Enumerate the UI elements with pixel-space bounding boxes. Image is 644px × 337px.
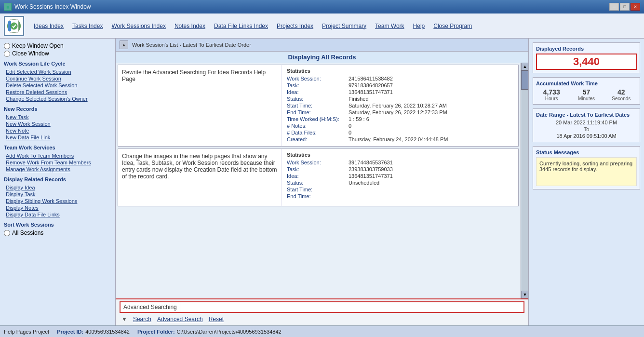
content-area: ▲ Work Session's List - Latest To Earlie… [116, 39, 528, 325]
edit-selected-work-session-link[interactable]: Edit Selected Work Session [4, 68, 111, 75]
window-title: Work Sessions Index Window [14, 3, 91, 10]
search-label: Advanced Searching [121, 302, 180, 312]
keep-window-open-label: Keep Window Open [12, 42, 64, 49]
new-data-file-link-link[interactable]: New Data File Link [4, 134, 111, 141]
menu-team-work[interactable]: Team Work [371, 21, 408, 31]
date-to-label: To [536, 126, 637, 132]
stat-end-time: End Time: Saturday, February 26, 2022 12… [287, 109, 513, 115]
scroll-down-button[interactable]: ▼ [521, 291, 528, 298]
display-task-link[interactable]: Display Task [4, 191, 111, 198]
change-session-owner-link[interactable]: Change Selected Session's Owner [4, 95, 111, 102]
scroll-track[interactable] [521, 70, 528, 291]
stat-data-files: # Data Files: 0 [287, 130, 513, 135]
displayed-records-section: Displayed Records 3,440 [533, 42, 640, 73]
keep-window-open-input[interactable] [4, 43, 10, 49]
help-pages-project-label: Help Pages Project [4, 329, 49, 335]
main-layout: Keep Window Open Close Window Work Sessi… [0, 39, 644, 325]
continue-work-session-link[interactable]: Continue Work Session [4, 75, 111, 82]
stat-status: Status: Unscheduled [287, 180, 513, 186]
menu-data-file-links-index[interactable]: Data File Links Index [210, 21, 272, 31]
new-records-title: New Records [4, 106, 111, 112]
reset-button[interactable]: Reset [209, 316, 224, 323]
all-sessions-radio[interactable]: All Sessions [4, 229, 111, 236]
stat-time-worked: Time Worked (H:M:S): 1 : 59 : 6 [287, 116, 513, 122]
content-header: ▲ Work Session's List - Latest To Earlie… [116, 39, 528, 52]
project-id-label: Project ID: [57, 329, 83, 335]
menu-items: Ideas Index Tasks Index Work Sessions In… [30, 21, 476, 31]
menu-work-sessions-index[interactable]: Work Sessions Index [107, 21, 170, 31]
close-window-input[interactable] [4, 51, 10, 57]
advanced-search-button[interactable]: Advanced Search [157, 316, 203, 323]
menu-tasks-index[interactable]: Tasks Index [68, 21, 107, 31]
scroll-thumb[interactable] [521, 70, 528, 90]
display-related-title: Display Related Records [4, 176, 111, 182]
date-from-value: 20 Mar 2022 11:19:40 PM [536, 120, 637, 125]
content-header-text: Work Session's List - Latest To Earliest… [132, 42, 251, 48]
menu-bar: Ideas Index Tasks Index Work Sessions In… [0, 13, 644, 39]
display-data-file-links-link[interactable]: Display Data File Links [4, 211, 111, 218]
scroll-up-button[interactable]: ▲ [521, 63, 528, 70]
new-note-link[interactable]: New Note [4, 127, 111, 134]
stat-start-time: Start Time: Saturday, February 26, 2022 … [287, 103, 513, 108]
search-input-row: Advanced Searching [120, 301, 524, 313]
display-notes-link[interactable]: Display Notes [4, 204, 111, 211]
display-sibling-work-sessions-link[interactable]: Display Sibling Work Sessions [4, 198, 111, 204]
remove-work-from-team-members-link[interactable]: Remove Work From Team Members [4, 159, 111, 166]
restore-deleted-sessions-link[interactable]: Restore Deleted Sessions [4, 89, 111, 95]
minimize-button[interactable]: ─ [609, 3, 619, 11]
close-window-label: Close Window [12, 50, 49, 57]
project-folder-value: C:\Users\Darren\Projects\400956931534842 [177, 329, 282, 335]
display-idea-link[interactable]: Display Idea [4, 184, 111, 191]
all-sessions-input[interactable] [4, 230, 10, 236]
stat-end-time: End Time: [287, 193, 513, 199]
close-button[interactable]: ✕ [631, 3, 640, 11]
seconds-cell: 42 Seconds [606, 88, 637, 101]
scroll-up-button[interactable]: ▲ [120, 40, 128, 49]
maximize-button[interactable]: □ [620, 3, 630, 11]
menu-notes-index[interactable]: Notes Index [171, 21, 209, 31]
new-work-session-link[interactable]: New Work Session [4, 121, 111, 127]
project-id-item: Project ID: 400956931534842 [57, 329, 130, 335]
accumulated-work-time-title: Accumulated Work Time [536, 81, 637, 86]
record-stats: Statistics Work Session: 241586411538482… [282, 65, 518, 146]
menu-projects-index[interactable]: Projects Index [273, 21, 317, 31]
app-icon: ■ [4, 3, 12, 11]
window-state-group: Keep Window Open Close Window [4, 42, 111, 57]
stat-work-session: Work Session: 241586411538482 [287, 76, 513, 81]
record-card: Change the images in the new help pages … [118, 148, 519, 206]
stat-idea: Idea: 136481351747371 [287, 173, 513, 179]
stat-task: Task: 979183864820657 [287, 82, 513, 88]
stat-work-session: Work Session: 391744845537631 [287, 160, 513, 165]
close-window-radio[interactable]: Close Window [4, 50, 111, 57]
minutes-label: Minutes [571, 96, 602, 101]
records-scroll-container: Rewrite the Advanced Searching For Idea … [116, 63, 528, 298]
stat-notes: # Notes: 0 [287, 123, 513, 129]
date-range-title: Date Range - Latest To Earliest Dates [536, 112, 637, 118]
record-stats: Statistics Work Session: 391744845537631… [282, 149, 518, 206]
search-input[interactable] [180, 302, 523, 312]
menu-ideas-index[interactable]: Ideas Index [30, 21, 67, 31]
add-work-to-team-members-link[interactable]: Add Work To Team Members [4, 152, 111, 159]
menu-project-summary[interactable]: Project Summary [318, 21, 370, 31]
stat-task: Task: 239383303759033 [287, 166, 513, 172]
stat-created: Created: Thursday, February 24, 2022 04:… [287, 136, 513, 142]
new-task-link[interactable]: New Task [4, 114, 111, 121]
sort-work-sessions-title: Sort Work Sessions [4, 222, 111, 228]
menu-help[interactable]: Help [409, 21, 429, 31]
project-folder-item: Project Folder: C:\Users\Darren\Projects… [137, 329, 282, 335]
status-messages-section: Status Messages Currently loading, sorti… [533, 146, 640, 189]
title-bar: ■ Work Sessions Index Window ─ □ ✕ [0, 0, 644, 13]
menu-close-program[interactable]: Close Program [429, 21, 476, 31]
delete-selected-work-session-link[interactable]: Delete Selected Work Session [4, 82, 111, 89]
svg-point-2 [11, 23, 17, 29]
status-bar: Help Pages Project Project ID: 400956931… [0, 325, 644, 337]
record-description: Change the images in the new help pages … [118, 149, 282, 206]
minutes-value: 57 [571, 88, 602, 96]
search-button[interactable]: Search [133, 316, 151, 323]
keep-window-open-radio[interactable]: Keep Window Open [4, 42, 111, 49]
minutes-cell: 57 Minutes [571, 88, 602, 101]
stats-title: Statistics [287, 68, 513, 74]
manage-work-assignments-link[interactable]: Manage Work Assignments [4, 166, 111, 173]
record-card: Rewrite the Advanced Searching For Idea … [118, 65, 519, 147]
records-scrollbar[interactable]: ▲ ▼ [521, 63, 528, 298]
